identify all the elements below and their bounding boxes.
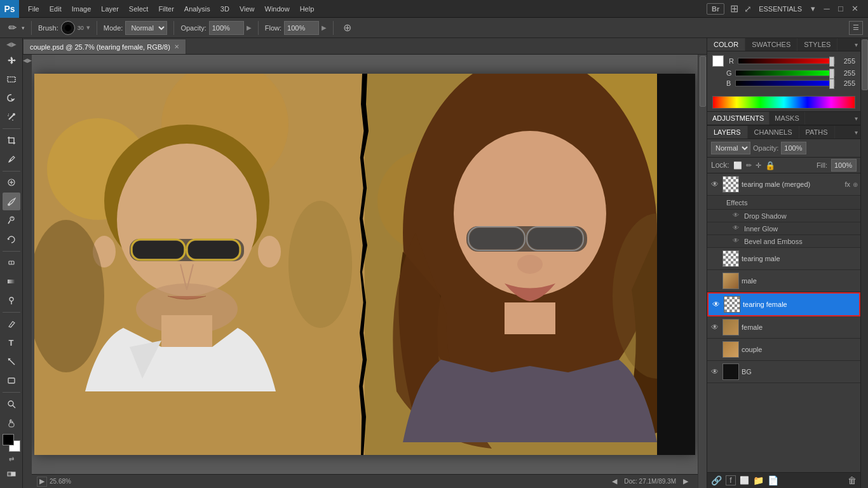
b-slider-thumb[interactable] bbox=[829, 79, 834, 89]
pen-tool[interactable] bbox=[3, 315, 20, 333]
menu-window[interactable]: Window bbox=[260, 0, 295, 18]
toolbar-collapse-icon[interactable]: ◀▶ bbox=[6, 41, 17, 48]
layer-visibility-female[interactable]: 👁 bbox=[710, 322, 720, 332]
brush-preview[interactable] bbox=[61, 21, 75, 35]
move-tool[interactable] bbox=[3, 51, 20, 69]
tab-masks[interactable]: MASKS bbox=[770, 112, 805, 125]
g-slider-thumb[interactable] bbox=[829, 69, 834, 79]
menu-filter[interactable]: Filter bbox=[153, 0, 179, 18]
opacity-layers-input[interactable] bbox=[781, 142, 806, 154]
layer-visibility-tearing-male[interactable]: 👁 bbox=[710, 254, 720, 264]
menu-image[interactable]: Image bbox=[67, 0, 97, 18]
mode-select[interactable]: Normal bbox=[125, 21, 167, 35]
tab-close-btn[interactable]: ✕ bbox=[174, 43, 179, 50]
tab-layers[interactable]: LAYERS bbox=[707, 126, 748, 139]
menu-file[interactable]: File bbox=[23, 0, 44, 18]
tab-channels[interactable]: CHANNELS bbox=[748, 126, 799, 139]
layer-visibility-male[interactable]: 👁 bbox=[710, 276, 720, 286]
layer-visibility-couple[interactable]: 👁 bbox=[710, 344, 720, 355]
color-spectrum[interactable] bbox=[712, 96, 855, 109]
effect-visibility-innerglow[interactable]: 👁 bbox=[733, 224, 742, 233]
right-panel-scrollbar[interactable] bbox=[860, 38, 868, 488]
close-icon[interactable]: ✕ bbox=[848, 2, 862, 16]
tab-styles[interactable]: STYLES bbox=[797, 38, 837, 51]
layer-options-icon[interactable]: ⊕ bbox=[853, 181, 858, 188]
lock-all-icon[interactable]: 🔒 bbox=[765, 161, 775, 170]
tab-color[interactable]: COLOR bbox=[707, 38, 745, 51]
doc-icon[interactable]: ☰ bbox=[849, 21, 863, 35]
effect-visibility-dropshadow[interactable]: 👁 bbox=[733, 212, 742, 220]
lock-position-icon[interactable]: ✛ bbox=[756, 161, 761, 170]
crop-tool[interactable] bbox=[3, 132, 20, 149]
new-group-btn[interactable]: 📁 bbox=[753, 475, 764, 485]
menu-help[interactable]: Help bbox=[295, 0, 320, 18]
r-slider[interactable] bbox=[738, 58, 835, 64]
maximize-icon[interactable]: □ bbox=[834, 2, 848, 16]
blend-mode-select[interactable]: Normal bbox=[711, 142, 750, 154]
layer-visibility-bg[interactable]: 👁 bbox=[710, 367, 720, 377]
menu-analysis[interactable]: Analysis bbox=[179, 0, 215, 18]
eyedropper-tool[interactable] bbox=[3, 151, 20, 168]
file-tab[interactable]: couple.psd @ 25.7% (tearing female, RGB/… bbox=[23, 39, 186, 54]
bridge-icon[interactable]: Br bbox=[707, 3, 724, 15]
foreground-color-swatch[interactable] bbox=[3, 434, 14, 445]
menu-edit[interactable]: Edit bbox=[44, 0, 67, 18]
dodge-tool[interactable] bbox=[3, 292, 20, 309]
color-swatches[interactable] bbox=[3, 434, 20, 452]
zoom-tool[interactable] bbox=[3, 395, 20, 413]
brush-dropdown-icon[interactable]: ▾ bbox=[86, 24, 90, 32]
color-swatch-preview[interactable] bbox=[712, 55, 724, 67]
g-slider[interactable] bbox=[735, 70, 835, 76]
zoom-icon[interactable]: ⤢ bbox=[741, 2, 755, 16]
collapse-icon[interactable]: ◀▶ bbox=[23, 57, 32, 64]
menu-layer[interactable]: Layer bbox=[96, 0, 124, 18]
layer-effect-innerglow[interactable]: 👁 Inner Glow bbox=[707, 222, 860, 235]
layer-effect-dropshadow[interactable]: 👁 Drop Shadow bbox=[707, 210, 860, 222]
path-select-tool[interactable] bbox=[3, 353, 20, 370]
vscroll-thumb[interactable] bbox=[700, 56, 706, 107]
quick-mask-icon[interactable] bbox=[3, 465, 20, 483]
lock-transparent-icon[interactable]: ⬜ bbox=[733, 161, 742, 170]
tab-paths[interactable]: PATHS bbox=[799, 126, 835, 139]
brush-tool[interactable] bbox=[3, 193, 20, 210]
b-slider[interactable] bbox=[735, 80, 835, 86]
tab-swatches[interactable]: SWATCHES bbox=[745, 38, 797, 51]
hand-tool[interactable] bbox=[3, 414, 20, 432]
opacity-input[interactable] bbox=[209, 21, 244, 35]
gradient-tool[interactable] bbox=[3, 273, 20, 290]
layer-effect-bevelandemboss[interactable]: 👁 Bevel and Emboss bbox=[707, 235, 860, 248]
layer-item-female[interactable]: 👁 female bbox=[707, 316, 860, 339]
lasso-tool[interactable] bbox=[3, 90, 20, 107]
canvas-vscroll[interactable] bbox=[698, 55, 707, 488]
swap-colors-icon[interactable]: ⇄ bbox=[9, 456, 14, 463]
effect-visibility-bevelandemboss[interactable]: 👁 bbox=[733, 237, 742, 246]
r-slider-thumb[interactable] bbox=[829, 57, 834, 67]
layer-item-couple[interactable]: 👁 couple bbox=[707, 339, 860, 361]
airbrush-icon[interactable]: ⊕ bbox=[340, 21, 354, 35]
minimize-icon[interactable]: ─ bbox=[820, 2, 834, 16]
add-style-btn[interactable]: f bbox=[726, 475, 736, 485]
type-tool[interactable]: T bbox=[3, 334, 20, 352]
layer-item-tearing-female[interactable]: 👁 tearing female bbox=[707, 292, 860, 316]
chevron-down-icon[interactable]: ▾ bbox=[806, 2, 820, 16]
add-mask-btn[interactable]: ⬜ bbox=[740, 476, 749, 485]
menu-3d[interactable]: 3D bbox=[215, 0, 234, 18]
layer-item-tearing-male-merged[interactable]: 👁 tearing male (merged) fx ⊕ bbox=[707, 173, 860, 196]
eraser-tool[interactable] bbox=[3, 254, 20, 272]
magic-wand-tool[interactable] bbox=[3, 108, 20, 126]
delete-layer-btn[interactable]: 🗑 bbox=[848, 475, 857, 485]
layers-panel-collapse-icon[interactable]: ▾ bbox=[852, 129, 860, 136]
heal-tool[interactable] bbox=[3, 174, 20, 192]
flow-arrow-icon[interactable]: ▶ bbox=[322, 24, 327, 31]
status-nav-right[interactable]: ▶ bbox=[679, 475, 693, 489]
layer-visibility-tearing-male-merged[interactable]: 👁 bbox=[710, 179, 720, 189]
link-layers-btn[interactable]: 🔗 bbox=[711, 475, 722, 485]
layer-item-bg[interactable]: 👁 BG bbox=[707, 361, 860, 383]
settings-icon[interactable]: ⊞ bbox=[727, 2, 741, 16]
lock-image-icon[interactable]: ✏ bbox=[746, 161, 752, 170]
new-layer-btn[interactable]: 📄 bbox=[768, 475, 778, 485]
history-brush-tool[interactable] bbox=[3, 231, 20, 248]
adj-panel-collapse-icon[interactable]: ▾ bbox=[852, 115, 860, 122]
layer-item-male[interactable]: 👁 male bbox=[707, 270, 860, 292]
layer-item-tearing-male[interactable]: 👁 tearing male bbox=[707, 248, 860, 270]
